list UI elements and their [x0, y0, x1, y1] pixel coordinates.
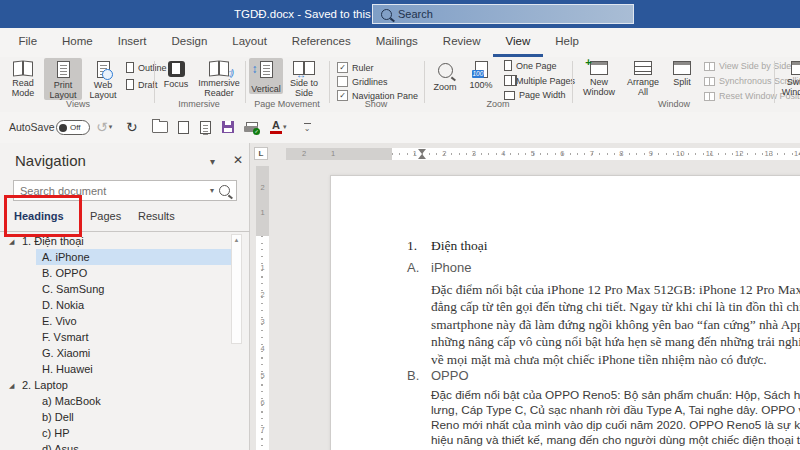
- autosave-toggle[interactable]: Off: [56, 120, 90, 135]
- ruler-number: 10: [666, 148, 696, 160]
- zoom-button[interactable]: Zoom: [428, 58, 462, 92]
- title-bar: TGDĐ.docx - Saved to this PC Search: [0, 0, 800, 28]
- vertical-button[interactable]: ↕ Vertical: [249, 58, 283, 94]
- print-preview-icon: [200, 121, 211, 134]
- tab-design[interactable]: Design: [159, 28, 220, 57]
- chevron-down-icon: ▾: [283, 123, 287, 131]
- tab-layout[interactable]: Layout: [220, 28, 280, 57]
- tree-item-huawei[interactable]: H. Huawei: [0, 361, 249, 377]
- focus-icon: [168, 61, 185, 77]
- vertical-ruler[interactable]: 2 1 1234567: [256, 166, 269, 450]
- one-page-icon: [504, 60, 512, 71]
- immersive-reader-button[interactable]: ◁) Immersive Reader: [196, 58, 242, 98]
- print-preview-button[interactable]: [200, 112, 211, 142]
- expand-triangle-icon[interactable]: ◢: [9, 378, 14, 394]
- ruler-number: 3: [459, 148, 489, 160]
- immersive-reader-icon: ◁): [209, 61, 229, 76]
- headingA-letter: A.: [407, 260, 429, 275]
- nav-tab-pages[interactable]: Pages: [90, 203, 121, 229]
- horizontal-ruler[interactable]: 2 1 1234567891011121314: [286, 148, 800, 160]
- group-divider: [329, 61, 330, 103]
- ruler-number: 4: [256, 342, 269, 369]
- ruler-number: 4: [489, 148, 519, 160]
- redo-button[interactable]: ↻: [126, 112, 138, 142]
- ruler-number: 1: [256, 261, 269, 288]
- tree-item-hp[interactable]: c) HP: [0, 425, 249, 441]
- tree-item-vivo[interactable]: E. Vivo: [0, 313, 249, 329]
- gridlines-checkbox[interactable]: Gridlines: [337, 76, 388, 87]
- tree-item-iphone[interactable]: A. iPhone: [0, 249, 249, 265]
- document-title: TGDĐ.docx - Saved to this PC: [234, 0, 390, 28]
- group-divider: [245, 61, 246, 103]
- tab-help[interactable]: Help: [543, 28, 592, 57]
- read-mode-button[interactable]: Read Mode: [4, 58, 42, 98]
- side-to-side-button[interactable]: ↔ Side to Side: [285, 58, 323, 98]
- tab-selector[interactable]: L: [254, 147, 268, 160]
- tab-mailings[interactable]: Mailings: [363, 28, 430, 57]
- redo-icon: ↻: [126, 119, 138, 135]
- document-page[interactable]: 1. Điện thoại A. iPhone Đặc điểm nổi bật…: [330, 175, 800, 450]
- focus-button[interactable]: Focus: [158, 58, 194, 89]
- quick-print-button[interactable]: ✓: [244, 112, 258, 142]
- new-window-button[interactable]: + New Window: [578, 58, 620, 97]
- tree-scrollbar[interactable]: ▲: [231, 234, 242, 344]
- switch-windows-icon: [791, 61, 800, 75]
- headings-tree: ◢ 1. Điện thoại A. iPhone B. OPPO C. Sam…: [0, 233, 249, 450]
- draft-button[interactable]: Draft: [126, 79, 158, 90]
- multiple-pages-button[interactable]: Multiple Pages: [504, 75, 575, 86]
- tree-item-oppo[interactable]: B. OPPO: [0, 265, 249, 281]
- open-button[interactable]: [152, 112, 168, 142]
- group-divider: [154, 61, 155, 103]
- ruler-number: 1: [256, 207, 269, 219]
- tree-item-xiaomi[interactable]: G. Xiaomi: [0, 345, 249, 361]
- undo-button[interactable]: ↺▾: [96, 112, 112, 142]
- outline-icon: [126, 62, 134, 73]
- tree-item-laptop[interactable]: ◢ 2. Laptop: [0, 377, 249, 393]
- hanging-indent-marker[interactable]: [418, 154, 426, 159]
- web-layout-button[interactable]: Web Layout: [84, 58, 122, 100]
- views-group-label: Views: [4, 99, 152, 109]
- ruler-number: 5: [518, 148, 548, 160]
- ruler-number: 2: [256, 288, 269, 315]
- print-layout-button[interactable]: Print Layout: [44, 58, 82, 100]
- titlebar-search-box[interactable]: Search: [372, 4, 634, 24]
- tree-item-samsung[interactable]: C. SamSung: [0, 281, 249, 297]
- close-icon[interactable]: ✕: [233, 153, 243, 167]
- arrange-all-button[interactable]: Arrange All: [622, 58, 664, 97]
- ruler-number: 9: [636, 148, 666, 160]
- tree-item-nokia[interactable]: D. Nokia: [0, 297, 249, 313]
- font-color-button[interactable]: A ▾: [270, 112, 287, 142]
- switch-windows-button[interactable]: Switch Windows: [778, 58, 800, 97]
- ruler-checkbox[interactable]: ✓ Ruler: [337, 62, 374, 73]
- tab-file[interactable]: File: [6, 28, 50, 57]
- window-group-label: Window: [576, 99, 772, 109]
- tab-insert[interactable]: Insert: [105, 28, 159, 57]
- tab-review[interactable]: Review: [430, 28, 493, 57]
- tree-item-asus[interactable]: d) Asus: [0, 441, 249, 450]
- ruler-number: 6: [548, 148, 578, 160]
- navigation-options-dropdown[interactable]: ▾: [210, 156, 215, 167]
- tab-references[interactable]: References: [279, 28, 363, 57]
- zoom-icon: [438, 63, 453, 78]
- split-button[interactable]: Split: [666, 58, 698, 87]
- ruler-numbers: 1234567891011121314: [400, 148, 800, 160]
- tree-item-macbook[interactable]: a) MacBook: [0, 393, 249, 409]
- tree-item-dell[interactable]: b) Dell: [0, 409, 249, 425]
- ruler-numbers: 1234567: [256, 261, 269, 450]
- nav-tab-results[interactable]: Results: [138, 203, 175, 229]
- group-divider: [572, 61, 573, 103]
- tab-home[interactable]: Home: [50, 28, 106, 57]
- print-layout-icon: [57, 61, 70, 78]
- headingB: OPPO: [431, 368, 469, 383]
- zoom-100-button[interactable]: 100 100%: [464, 58, 498, 90]
- heading1: Điện thoại: [431, 238, 488, 254]
- tab-view[interactable]: View: [493, 28, 543, 57]
- new-document-button[interactable]: [178, 112, 189, 142]
- one-page-button[interactable]: One Page: [504, 60, 557, 71]
- save-button[interactable]: [222, 112, 234, 142]
- customize-qat-button[interactable]: ⌄: [300, 112, 314, 142]
- multiple-pages-icon: [504, 75, 512, 86]
- tree-item-vsmart[interactable]: F. Vsmart: [0, 329, 249, 345]
- headingA: iPhone: [431, 260, 471, 275]
- scroll-up-icon[interactable]: ▲: [232, 235, 241, 245]
